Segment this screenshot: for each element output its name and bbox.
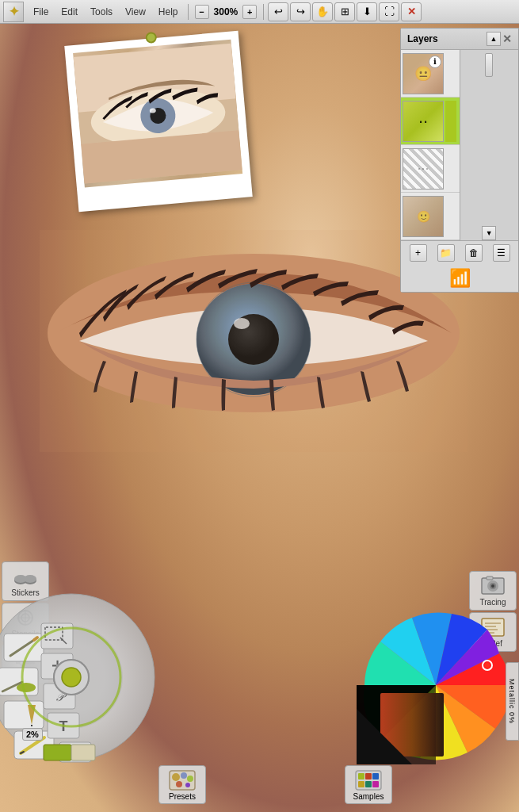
- zoom-controls: − 300% +: [195, 5, 258, 19]
- menu-help[interactable]: Help: [152, 0, 185, 24]
- layer-thumb-1: 😐 ℹ: [403, 53, 444, 94]
- color-wheel[interactable]: [357, 606, 515, 764]
- scrollbar-thumb[interactable]: [485, 53, 493, 77]
- samples-icon: [354, 768, 383, 792]
- tracing-icon: [478, 575, 508, 597]
- layer-active-bar: [445, 101, 456, 142]
- svg-rect-32: [487, 576, 493, 580]
- layers-scroll-up[interactable]: ▲: [487, 32, 501, 46]
- layer-item-4[interactable]: 🙂: [401, 193, 460, 240]
- menu-edit[interactable]: Edit: [55, 0, 84, 24]
- add-layer-button[interactable]: +: [410, 244, 427, 262]
- svg-point-17: [24, 575, 36, 583]
- svg-rect-68: [71, 745, 95, 760]
- layer-thumb-4: 🙂: [403, 196, 444, 237]
- zoom-in-button[interactable]: +: [242, 5, 257, 19]
- svg-line-42: [34, 638, 37, 640]
- svg-point-77: [172, 773, 180, 781]
- svg-rect-83: [358, 773, 364, 779]
- svg-point-31: [491, 584, 494, 588]
- folder-layer-button[interactable]: 📁: [437, 244, 455, 262]
- metallic-slider[interactable]: Metallic 0%: [506, 662, 519, 741]
- layers-wifi-area: 📶: [401, 265, 518, 292]
- svg-marker-71: [436, 685, 515, 764]
- menu-bar: ✦ File Edit Tools View Help − 300% + ↩ ↪…: [0, 0, 519, 24]
- delete-layer-button[interactable]: 🗑: [465, 244, 483, 262]
- export-button[interactable]: ⬇: [357, 2, 377, 21]
- menu-file[interactable]: File: [27, 0, 55, 24]
- grid-button[interactable]: ⊞: [334, 2, 355, 21]
- layer-thumb-2: ··: [403, 101, 444, 142]
- stickers-icon: [10, 565, 40, 588]
- app-logo: ✦: [3, 2, 24, 22]
- svg-point-74: [485, 663, 490, 668]
- svg-rect-43: [0, 668, 38, 695]
- svg-rect-46: [4, 701, 44, 729]
- layer-item-3[interactable]: ···: [401, 145, 460, 193]
- menu-tools[interactable]: Tools: [84, 0, 119, 24]
- separator-2: [263, 4, 264, 20]
- layer-item-1[interactable]: 😐 ℹ: [401, 50, 460, 98]
- redo-button[interactable]: ↪: [290, 2, 311, 21]
- layer-thumb-3: ···: [403, 148, 444, 190]
- svg-point-80: [176, 781, 182, 787]
- separator-1: [188, 4, 189, 20]
- layer-info-icon-1[interactable]: ℹ: [429, 56, 441, 68]
- layer-item-2[interactable]: ··: [401, 98, 460, 145]
- layers-scroll-down[interactable]: ▼: [482, 226, 496, 240]
- wifi-icon[interactable]: 📶: [449, 268, 471, 289]
- svg-rect-87: [365, 781, 372, 787]
- svg-rect-84: [365, 773, 372, 779]
- svg-rect-86: [358, 781, 364, 787]
- layers-header: Layers ▲ ✕: [401, 29, 518, 50]
- layers-panel: Layers ▲ ✕ 😐 ℹ ··: [400, 28, 519, 293]
- samples-label: Samples: [353, 792, 384, 801]
- samples-button[interactable]: Samples: [345, 765, 392, 804]
- presets-button[interactable]: Presets: [158, 765, 206, 804]
- undo-button[interactable]: ↩: [268, 2, 288, 21]
- layers-scrollbar[interactable]: ▼: [460, 50, 519, 240]
- fullscreen-button[interactable]: ⛶: [379, 2, 399, 21]
- svg-rect-67: [44, 745, 71, 760]
- zoom-out-button[interactable]: −: [195, 5, 209, 19]
- close-button[interactable]: ✕: [401, 2, 422, 21]
- svg-rect-85: [372, 773, 379, 779]
- photo-reference[interactable]: [64, 31, 252, 212]
- brush-size-display: 2%: [22, 728, 43, 741]
- pan-button[interactable]: ✋: [312, 2, 333, 21]
- zoom-value: 300%: [211, 6, 242, 17]
- presets-label: Presets: [169, 792, 196, 801]
- layers-close-button[interactable]: ✕: [502, 33, 512, 45]
- menu-layer-button[interactable]: ☰: [493, 244, 510, 262]
- layers-title: Layers: [407, 33, 438, 44]
- layers-actions: + 📁 🗑 ☰: [401, 240, 518, 265]
- svg-point-66: [62, 668, 81, 687]
- menu-view[interactable]: View: [119, 0, 152, 24]
- svg-point-79: [187, 776, 193, 782]
- svg-point-78: [181, 772, 187, 779]
- svg-rect-88: [372, 781, 379, 787]
- svg-point-81: [185, 783, 190, 787]
- presets-icon: [168, 768, 197, 792]
- tracing-tool[interactable]: Tracing: [469, 571, 517, 611]
- layers-list: 😐 ℹ ·· ···: [401, 50, 518, 240]
